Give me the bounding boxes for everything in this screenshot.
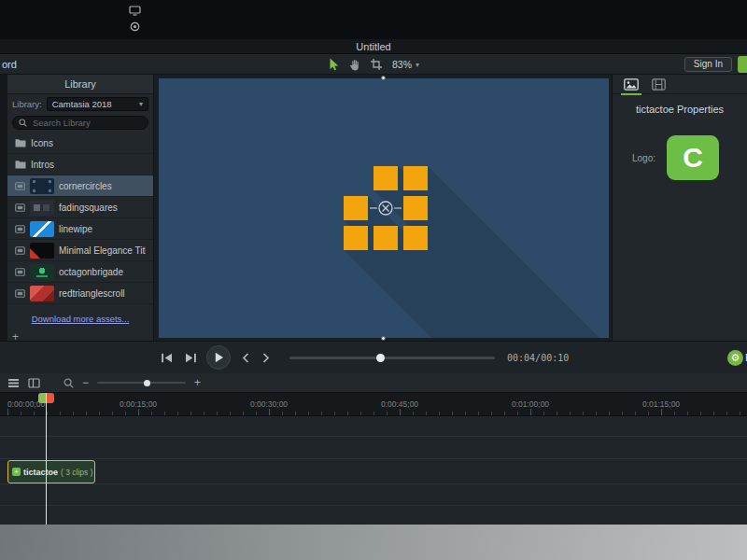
canvas-area: [154, 75, 612, 341]
library-item-minimal-elegance-title-1[interactable]: Minimal Elegance Title 1: [7, 240, 153, 261]
library-select[interactable]: Camtasia 2018 ▾: [47, 97, 148, 111]
track-divider: [0, 483, 747, 484]
zoom-level-dropdown[interactable]: 83% ▾: [392, 59, 419, 70]
next-clip-button[interactable]: [261, 353, 271, 363]
step-back-button[interactable]: [161, 353, 173, 363]
playhead-out-handle[interactable]: [47, 393, 54, 403]
time-display: 00:04/00:10: [507, 353, 569, 363]
title-bar[interactable]: Untitled: [0, 39, 747, 54]
media-icon: [15, 203, 25, 212]
item-name: linewipe: [59, 224, 92, 234]
thumbnail: [30, 243, 54, 259]
thumbnail: [30, 221, 54, 237]
properties-gear-button[interactable]: ⚙: [727, 350, 743, 366]
logo-label: Logo:: [632, 153, 655, 163]
item-name: octagonbrigade: [59, 267, 123, 277]
clip-meta: ( 3 clips ): [61, 468, 92, 477]
zoom-slider-handle[interactable]: [144, 380, 150, 386]
library-item-redtrianglescroll[interactable]: redtrianglescroll: [7, 283, 153, 304]
properties-tabs: [613, 75, 747, 94]
folder-icon: [15, 160, 26, 169]
film-icon: [652, 78, 666, 91]
search-icon: [19, 119, 27, 127]
chevron-down-icon: ▾: [139, 100, 143, 108]
playhead-in-handle[interactable]: [38, 393, 46, 403]
current-time: 00:04: [507, 353, 535, 363]
stage[interactable]: [159, 78, 609, 338]
library-header: Library: [7, 75, 153, 94]
media-icon: [15, 289, 25, 298]
logo-row: Logo: C: [613, 135, 747, 180]
track-divider: [0, 505, 747, 506]
tab-media[interactable]: [652, 78, 666, 91]
media-icon: [15, 246, 25, 255]
desktop-background: [0, 525, 747, 560]
previous-clip-button[interactable]: [241, 353, 250, 363]
ruler-label: 0:01:15;00: [642, 399, 680, 409]
scrub-slider[interactable]: [289, 357, 495, 359]
search-input[interactable]: [31, 117, 142, 129]
clip-name: tictactoe: [23, 468, 58, 477]
library-header-label: Library: [64, 78, 96, 90]
item-name: redtrianglescroll: [59, 288, 125, 299]
display-icon[interactable]: [129, 6, 141, 16]
library-folder-intros[interactable]: Intros: [7, 154, 153, 175]
library-item-fadingsquares[interactable]: fadingsquares: [7, 197, 153, 218]
share-button[interactable]: [738, 56, 747, 73]
playhead-line[interactable]: [46, 393, 47, 525]
download-assets-link[interactable]: Download more assets...: [7, 314, 153, 328]
library-item-cornercircles[interactable]: cornercircles: [7, 175, 153, 197]
logo-square[interactable]: [403, 166, 428, 190]
logo-square[interactable]: [374, 226, 398, 250]
logo-square[interactable]: [403, 226, 428, 250]
timeline-ruler[interactable]: 0:00:00;000:00:15;000:00:30;000:00:45;00…: [0, 393, 747, 416]
logo-square[interactable]: [374, 166, 398, 190]
media-icon: [15, 182, 25, 190]
logo-swatch[interactable]: C: [667, 135, 719, 180]
app-window: Untitled ord 83% ▾ Sign In Library: [0, 0, 747, 560]
scrub-handle[interactable]: [376, 354, 385, 362]
timeline-toolbar: − +: [0, 373, 747, 393]
item-name: fadingsquares: [59, 203, 118, 213]
crop-icon[interactable]: [371, 59, 382, 70]
play-button[interactable]: [206, 345, 231, 370]
total-time: 00:10: [541, 353, 569, 363]
panel-layout-icon[interactable]: [28, 378, 40, 388]
library-panel: Library Library: Camtasia 2018 ▾ IconsIn…: [7, 75, 154, 341]
ruler-label: 0:00:45;00: [381, 399, 418, 409]
tracks-icon[interactable]: [7, 378, 20, 388]
logo-square[interactable]: [344, 196, 368, 220]
top-strip: [0, 0, 747, 39]
record-button[interactable]: ord: [2, 54, 17, 75]
pan-hand-icon[interactable]: [349, 59, 360, 71]
zoom-in-button[interactable]: +: [194, 377, 201, 388]
library-item-octagonbrigade[interactable]: octagonbrigade: [7, 261, 153, 283]
record-dot-icon[interactable]: [130, 21, 140, 32]
logo-square[interactable]: [344, 226, 368, 250]
library-footer: +: [7, 328, 153, 341]
timeline-clip-tictactoe[interactable]: + tictactoe ( 3 clips ): [7, 460, 95, 483]
step-forward-button[interactable]: [185, 353, 197, 363]
zoom-out-button[interactable]: −: [82, 377, 89, 388]
ruler-label: 0:00:30;00: [250, 399, 288, 409]
zoom-slider[interactable]: [97, 382, 186, 384]
library-folder-icons[interactable]: Icons: [7, 133, 153, 154]
window-title: Untitled: [356, 41, 390, 52]
library-select-row: Library: Camtasia 2018 ▾: [7, 94, 153, 114]
ruler-label: 0:00:15;00: [120, 399, 157, 409]
timeline-tracks[interactable]: + tictactoe ( 3 clips ): [0, 416, 747, 525]
edit-cursor-icon[interactable]: [329, 58, 339, 71]
resize-handle-top[interactable]: [381, 76, 386, 80]
tab-visual-properties[interactable]: [624, 78, 639, 91]
library-item-linewipe[interactable]: linewipe: [7, 218, 153, 240]
library-select-value: Camtasia 2018: [52, 99, 112, 109]
canvas-tools: 83% ▾: [329, 54, 419, 75]
playback-bar: 00:04/00:10 ⚙ P: [0, 341, 747, 373]
library-list: IconsIntroscornercirclesfadingsquareslin…: [7, 133, 153, 314]
search-box[interactable]: [12, 116, 148, 130]
sign-in-button[interactable]: Sign In: [684, 57, 732, 72]
properties-panel: tictactoe Properties Logo: C: [612, 75, 747, 341]
folder-icon: [15, 138, 26, 147]
logo-square[interactable]: [403, 196, 428, 220]
item-name: cornercircles: [59, 181, 112, 191]
